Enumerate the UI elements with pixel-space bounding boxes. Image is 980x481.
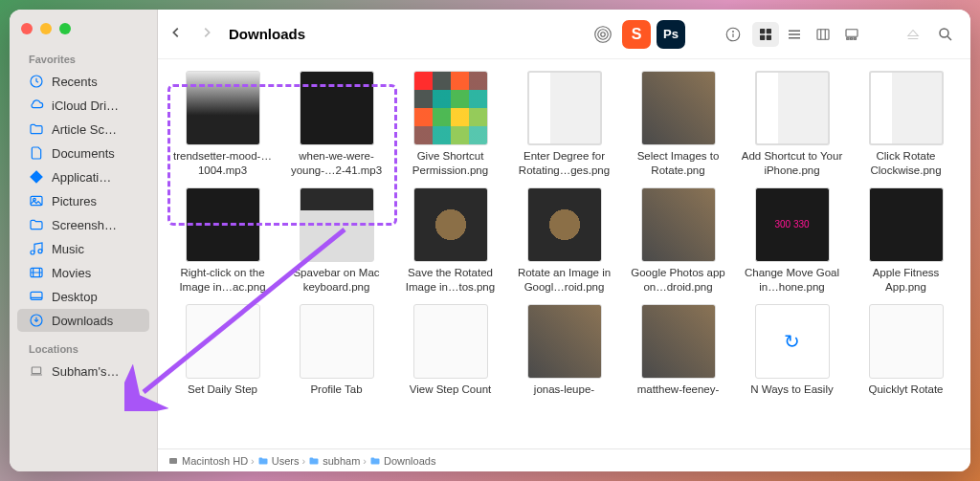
path-bar[interactable]: Macintosh HD›Users›subham›Downloads: [158, 448, 970, 471]
svg-rect-32: [854, 37, 856, 39]
sidebar-item-label: Recents: [52, 75, 98, 89]
svg-point-13: [601, 32, 606, 36]
file-label: N Ways to Easily: [750, 383, 833, 397]
file-item[interactable]: Apple Fitness App.png: [853, 187, 959, 295]
pathbar-item[interactable]: subham: [308, 455, 360, 467]
file-item[interactable]: Spavebar on Mac keyboard.png: [283, 187, 390, 295]
sidebar-item-pictures[interactable]: Pictures: [17, 189, 149, 212]
forward-button[interactable]: [200, 26, 213, 43]
back-button[interactable]: [169, 26, 183, 43]
sidebar-item-applicati[interactable]: Applicati…: [17, 165, 149, 188]
file-item[interactable]: Click Rotate Clockwise.png: [853, 71, 959, 178]
file-label: Right-click on the Image in…ac.png: [169, 266, 276, 295]
doc-icon: [29, 145, 44, 161]
close-window-button[interactable]: [21, 23, 33, 34]
sidebar-item-label: iCloud Dri…: [52, 98, 119, 113]
file-item[interactable]: Profile Tab: [283, 304, 390, 397]
file-item[interactable]: View Step Count: [397, 304, 503, 397]
file-item[interactable]: Add Shortcut to Your iPhone.png: [739, 71, 845, 178]
file-thumbnail: [413, 71, 488, 145]
icon-view-button[interactable]: [752, 22, 779, 47]
svg-rect-36: [169, 458, 177, 464]
sidebar-item-movies[interactable]: Movies: [17, 261, 149, 284]
window-title: Downloads: [229, 26, 305, 42]
file-thumbnail: [527, 187, 602, 262]
svg-point-3: [31, 251, 34, 254]
svg-rect-9: [31, 292, 42, 299]
sidebar-item-music[interactable]: Music: [17, 237, 149, 260]
picture-icon: [29, 193, 44, 208]
eject-button[interactable]: [900, 22, 926, 47]
file-thumbnail: [527, 304, 602, 379]
file-item[interactable]: Rotate an Image in Googl…roid.png: [511, 187, 617, 295]
cloud-icon: [29, 98, 44, 113]
svg-rect-29: [846, 29, 858, 36]
file-thumbnail: [641, 71, 716, 145]
file-thumbnail: [300, 71, 374, 145]
info-button[interactable]: [720, 22, 746, 47]
file-thumbnail: [413, 304, 488, 379]
file-item[interactable]: Enter Degree for Rotating…ges.png: [511, 71, 617, 178]
file-label: Enter Degree for Rotating…ges.png: [511, 149, 617, 178]
app-shortcut-s[interactable]: S: [622, 20, 651, 49]
sidebar-item-recents[interactable]: Recents: [17, 70, 149, 93]
search-button[interactable]: [932, 22, 959, 47]
view-mode-group: [752, 22, 865, 47]
gallery-view-button[interactable]: [838, 22, 865, 47]
toolbar: Downloads S Ps: [158, 10, 970, 59]
app-shortcut-ps[interactable]: Ps: [657, 20, 685, 49]
favorites-label: Favorites: [13, 50, 153, 69]
file-item[interactable]: matthew-feeney-: [625, 304, 731, 397]
sidebar-item-label: Article Sc…: [52, 122, 117, 137]
file-item[interactable]: Set Daily Step: [169, 304, 276, 397]
file-label: Quicklyt Rotate: [869, 383, 944, 397]
list-view-button[interactable]: [781, 22, 808, 47]
zoom-window-button[interactable]: [59, 23, 71, 34]
sidebar-item-label: Documents: [52, 146, 115, 161]
file-item[interactable]: Give Shortcut Permission.png: [397, 71, 503, 178]
sidebar-item-downloads[interactable]: Downloads: [17, 309, 149, 332]
sidebar-item-label: Applicati…: [52, 170, 111, 185]
chevron-right-icon: ›: [363, 455, 367, 467]
sidebar-item-articlesc[interactable]: Article Sc…: [17, 118, 149, 141]
file-browser-content[interactable]: trendsetter-mood-…1004.mp3when-we-were-y…: [158, 59, 970, 448]
file-item[interactable]: Change Move Goal in…hone.png: [739, 187, 845, 295]
file-thumbnail: [755, 187, 830, 262]
sidebar-item-iclouddri[interactable]: iCloud Dri…: [17, 94, 149, 117]
svg-rect-26: [817, 29, 829, 39]
file-item[interactable]: Select Images to Rotate.png: [625, 71, 731, 178]
file-thumbnail: [869, 187, 944, 262]
sidebar-item-subhams[interactable]: Subham's…: [17, 360, 149, 383]
movie-icon: [29, 265, 44, 280]
file-thumbnail: [641, 304, 716, 379]
svg-rect-12: [32, 367, 40, 374]
file-item[interactable]: Quicklyt Rotate: [853, 304, 959, 397]
svg-point-18: [733, 31, 734, 32]
folder-icon: [29, 217, 44, 232]
file-item[interactable]: ↻N Ways to Easily: [739, 304, 845, 397]
airdrop-icon[interactable]: [590, 22, 616, 47]
file-item[interactable]: when-we-were-young-…2-41.mp3: [283, 71, 390, 178]
sidebar-item-documents[interactable]: Documents: [17, 142, 149, 164]
clock-icon: [29, 74, 44, 89]
svg-rect-22: [767, 34, 771, 39]
file-item[interactable]: trendsetter-mood-…1004.mp3: [169, 71, 276, 178]
file-item[interactable]: Right-click on the Image in…ac.png: [169, 187, 276, 295]
folder-icon: [29, 121, 44, 137]
sidebar-item-desktop[interactable]: Desktop: [17, 285, 149, 308]
file-item[interactable]: Google Photos app on…droid.png: [625, 187, 731, 295]
pathbar-item[interactable]: Downloads: [369, 455, 435, 467]
minimize-window-button[interactable]: [40, 23, 52, 34]
sidebar-item-label: Subham's…: [52, 364, 119, 379]
pathbar-item[interactable]: Macintosh HD: [167, 455, 248, 467]
file-item[interactable]: Save the Rotated Image in…tos.png: [397, 187, 503, 295]
pathbar-item[interactable]: Users: [257, 455, 300, 467]
file-item[interactable]: jonas-leupe-: [511, 304, 617, 397]
file-label: Add Shortcut to Your iPhone.png: [739, 149, 845, 178]
sidebar-item-label: Pictures: [52, 194, 97, 208]
sidebar-item-label: Downloads: [52, 314, 113, 328]
sidebar-item-screensh[interactable]: Screensh…: [17, 213, 149, 236]
favorites-section: Favorites RecentsiCloud Dri…Article Sc…D…: [10, 50, 157, 332]
traffic-lights: [10, 19, 157, 50]
column-view-button[interactable]: [810, 22, 836, 47]
